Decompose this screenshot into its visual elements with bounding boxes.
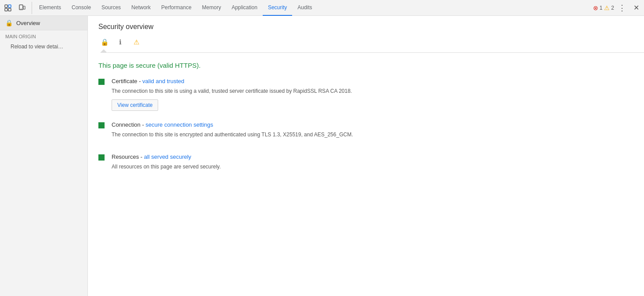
security-warning-filter-button[interactable]: ⚠ (130, 36, 142, 48)
resources-title: Resources - all served securely (112, 153, 633, 160)
main-layout: 🔒 Overview Main origin Reload to view de… (0, 16, 644, 296)
certificate-description: The connection to this site is using a v… (112, 87, 633, 95)
connection-prefix: Connection - (112, 121, 145, 128)
security-lock-icon: 🔒 (101, 38, 109, 46)
more-options-button[interactable]: ⋮ (616, 2, 628, 14)
connection-description: The connection to this site is encrypted… (112, 131, 633, 139)
warning-dot-icon: ⚠ (604, 4, 610, 11)
resources-section: Resources - all served securely All reso… (88, 150, 644, 182)
connection-section: Connection - secure connection settings … (88, 118, 644, 150)
certificate-content: Certificate - valid and trusted The conn… (112, 78, 633, 111)
tab-console[interactable]: Console (66, 0, 96, 16)
content-area: Security overview 🔒 ℹ ⚠ This page is sec… (88, 16, 644, 296)
svg-rect-0 (5, 5, 7, 7)
sidebar: 🔒 Overview Main origin Reload to view de… (0, 16, 88, 296)
tab-performance[interactable]: Performance (156, 0, 197, 16)
error-dot-icon: ⊗ (593, 4, 598, 11)
resources-description: All resources on this page are served se… (112, 163, 633, 171)
sidebar-section-main-origin: Main origin (0, 30, 87, 41)
security-header: Security overview 🔒 ℹ ⚠ (88, 16, 644, 48)
tab-elements[interactable]: Elements (34, 0, 66, 16)
devtools-toolbar: Elements Console Sources Network Perform… (0, 0, 644, 16)
inspect-icon[interactable] (2, 2, 14, 14)
tab-sources[interactable]: Sources (96, 0, 126, 16)
divider-triangle (100, 49, 107, 53)
resources-prefix: Resources - (112, 153, 144, 160)
lock-icon: 🔒 (5, 19, 13, 26)
connection-status-link[interactable]: secure connection settings (145, 121, 213, 128)
security-warning-icon: ⚠ (134, 38, 139, 46)
connection-status-indicator (98, 122, 105, 128)
svg-rect-5 (23, 6, 25, 9)
tab-security[interactable]: Security (263, 0, 292, 16)
security-lock-filter-button[interactable]: 🔒 (98, 36, 111, 48)
sidebar-item-overview[interactable]: 🔒 Overview (0, 16, 87, 30)
resources-content: Resources - all served securely All reso… (112, 153, 633, 175)
close-devtools-button[interactable]: ✕ (630, 2, 642, 14)
error-badge: ⊗ 1 (593, 4, 603, 11)
certificate-status-indicator (98, 79, 105, 85)
tab-memory[interactable]: Memory (197, 0, 226, 16)
security-info-filter-button[interactable]: ℹ (114, 36, 127, 48)
certificate-section: Certificate - valid and trusted The conn… (88, 74, 644, 118)
tab-network[interactable]: Network (126, 0, 156, 16)
connection-content: Connection - secure connection settings … (112, 121, 633, 143)
secure-message: This page is secure (valid HTTPS). (88, 53, 644, 74)
certificate-prefix: Certificate - (112, 78, 142, 84)
security-icons-row: 🔒 ℹ ⚠ (98, 36, 633, 48)
toolbar-right: ⊗ 1 ⚠ 2 ⋮ ✕ (590, 2, 642, 14)
svg-rect-2 (8, 5, 11, 7)
security-info-icon: ℹ (119, 38, 122, 46)
svg-rect-3 (8, 8, 11, 11)
warning-count: 2 (611, 5, 614, 11)
tab-audits[interactable]: Audits (292, 0, 317, 16)
toolbar-icons (2, 2, 32, 14)
error-count: 1 (600, 5, 603, 11)
svg-rect-1 (5, 8, 7, 11)
tab-application[interactable]: Application (226, 0, 263, 16)
device-toggle-icon[interactable] (16, 2, 28, 14)
security-overview-title: Security overview (98, 23, 633, 31)
sidebar-item-reload[interactable]: Reload to view detai… (0, 41, 87, 52)
sidebar-overview-label: Overview (16, 20, 40, 26)
view-certificate-button[interactable]: View certificate (112, 99, 158, 111)
certificate-title: Certificate - valid and trusted (112, 78, 633, 84)
tab-list: Elements Console Sources Network Perform… (34, 0, 590, 16)
connection-title: Connection - secure connection settings (112, 121, 633, 128)
certificate-status-link[interactable]: valid and trusted (142, 78, 184, 84)
resources-status-indicator (98, 154, 105, 161)
warning-badge: ⚠ 2 (604, 4, 614, 11)
resources-status-link[interactable]: all served securely (144, 153, 192, 160)
